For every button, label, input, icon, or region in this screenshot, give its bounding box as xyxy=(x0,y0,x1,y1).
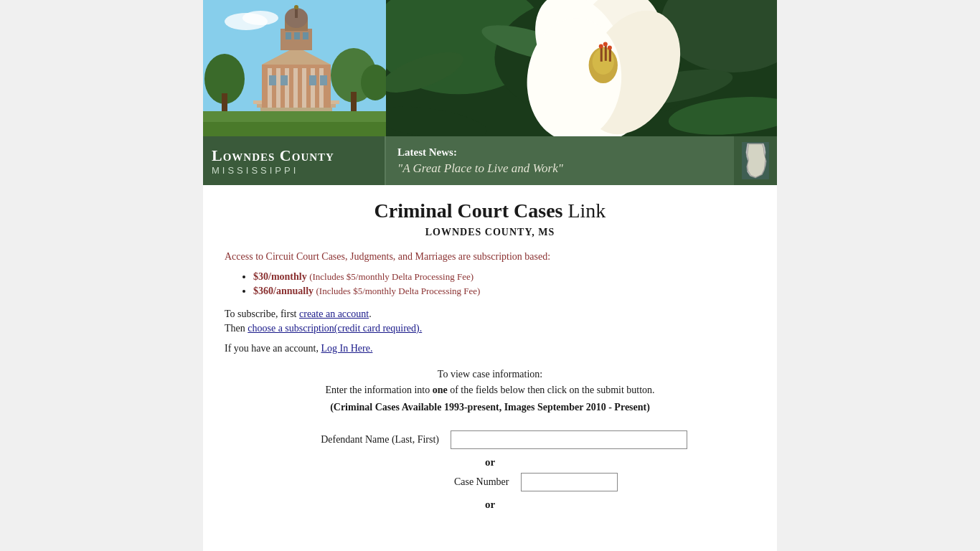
login-prefix: If you have an account, xyxy=(225,343,321,354)
svg-rect-48 xyxy=(600,47,603,62)
header-images xyxy=(203,0,777,136)
svg-rect-50 xyxy=(609,49,611,62)
subscribe-prefix: To subscribe, first xyxy=(225,309,299,319)
or-divider-1: or xyxy=(225,456,755,468)
header-banner: Lowndes County MISSISSIPPI Latest News: … xyxy=(203,136,777,185)
svg-rect-30 xyxy=(309,75,316,85)
subscribe-then-prefix: Then xyxy=(225,323,248,334)
svg-rect-29 xyxy=(281,75,288,85)
price-annually-note: (Includes $5/monthly Delta Processing Fe… xyxy=(316,286,481,296)
county-name-block: Lowndes County MISSISSIPPI xyxy=(203,136,386,185)
svg-rect-14 xyxy=(285,68,289,108)
svg-rect-49 xyxy=(605,45,607,61)
ms-map-block xyxy=(734,136,777,185)
login-link[interactable]: Log In Here. xyxy=(321,343,373,354)
svg-point-53 xyxy=(608,46,612,50)
svg-point-24 xyxy=(294,5,298,9)
page-title-normal: Link xyxy=(562,199,606,222)
pricing-item-monthly: $30/monthly (Includes $5/monthly Delta P… xyxy=(253,271,755,283)
news-quote: "A Great Place to Live and Work" xyxy=(397,161,722,176)
county-name-main: Lowndes County xyxy=(212,146,376,165)
svg-rect-16 xyxy=(302,68,306,108)
svg-rect-12 xyxy=(268,68,272,108)
case-number-input[interactable] xyxy=(521,473,618,491)
news-block: Latest News: "A Great Place to Live and … xyxy=(386,136,734,185)
svg-rect-31 xyxy=(320,75,327,85)
svg-point-2 xyxy=(242,11,278,25)
subscribe-suffix: . xyxy=(369,309,372,319)
available-cases-text: (Criminal Cases Available 1993-present, … xyxy=(225,402,755,413)
choose-subscription-link[interactable]: choose a subscription(credit card requir… xyxy=(248,323,422,334)
county-name-sub: MISSISSIPPI xyxy=(212,165,376,176)
case-number-row: Case Number xyxy=(225,473,755,491)
svg-rect-25 xyxy=(286,32,291,39)
subscribe-line1: To subscribe, first create an account. xyxy=(225,309,755,320)
ms-map-icon xyxy=(741,142,770,179)
page-title-bold: Criminal Court Cases xyxy=(374,199,563,222)
defendant-name-input[interactable] xyxy=(451,430,687,449)
subscribe-line2: Then choose a subscription(credit card r… xyxy=(225,323,755,334)
price-annually: $360/annually xyxy=(253,286,314,296)
pricing-list: $30/monthly (Includes $5/monthly Delta P… xyxy=(253,271,755,297)
create-account-link[interactable]: create an account xyxy=(299,309,369,319)
courthouse-image xyxy=(203,0,386,136)
pricing-item-annually: $360/annually (Includes $5/monthly Delta… xyxy=(253,286,755,297)
svg-rect-15 xyxy=(293,68,298,108)
price-monthly-note: (Includes $5/monthly Delta Processing Fe… xyxy=(309,271,473,282)
svg-rect-26 xyxy=(294,32,300,39)
svg-rect-18 xyxy=(319,68,324,108)
one-bold: one xyxy=(433,385,448,395)
svg-rect-10 xyxy=(260,108,332,111)
price-monthly: $30/monthly xyxy=(253,271,307,282)
or-divider-2: or xyxy=(225,499,755,511)
login-text: If you have an account, Log In Here. xyxy=(225,343,755,354)
defendant-name-row: Defendant Name (Last, First) xyxy=(225,430,755,449)
svg-rect-28 xyxy=(269,75,276,85)
page-subtitle: LOWNDES COUNTY, MS xyxy=(225,227,755,238)
news-label: Latest News: xyxy=(397,146,722,159)
page-title: Criminal Court Cases Link xyxy=(225,199,755,222)
case-number-label: Case Number xyxy=(363,476,521,488)
svg-rect-13 xyxy=(276,68,281,108)
svg-rect-17 xyxy=(311,68,315,108)
main-content: Criminal Court Cases Link LOWNDES COUNTY… xyxy=(203,185,777,537)
defendant-name-label: Defendant Name (Last, First) xyxy=(293,434,451,446)
view-info-text: To view case information: xyxy=(225,369,755,380)
svg-point-51 xyxy=(599,44,603,49)
svg-rect-33 xyxy=(203,122,386,136)
search-form: Defendant Name (Last, First) or Case Num… xyxy=(225,430,755,511)
enter-fields-text: Enter the information into one of the fi… xyxy=(225,385,755,396)
flower-image xyxy=(386,0,777,136)
svg-point-52 xyxy=(603,42,608,47)
svg-rect-27 xyxy=(303,32,308,39)
subscription-notice: Access to Circuit Court Cases, Judgments… xyxy=(225,251,755,263)
